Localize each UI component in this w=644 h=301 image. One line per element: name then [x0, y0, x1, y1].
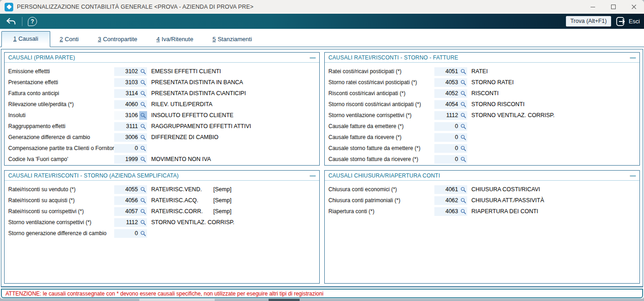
- search-icon[interactable]: [139, 111, 147, 120]
- causale-description: RATEI: [471, 68, 488, 75]
- tab-stanziamenti[interactable]: 5Stanziamenti: [203, 32, 261, 47]
- code-input[interactable]: [114, 122, 139, 131]
- panel-collapse-icon[interactable]: —: [630, 55, 636, 60]
- search-icon[interactable]: [459, 67, 467, 76]
- code-input[interactable]: [114, 78, 139, 87]
- code-field: [434, 122, 467, 131]
- code-input[interactable]: [114, 155, 139, 164]
- search-icon[interactable]: [139, 155, 147, 164]
- search-icon[interactable]: [139, 207, 147, 216]
- code-field: [114, 89, 147, 98]
- search-icon[interactable]: [459, 122, 467, 131]
- code-input[interactable]: [114, 111, 139, 120]
- code-input[interactable]: [434, 207, 459, 216]
- search-icon[interactable]: [139, 78, 147, 87]
- search-icon[interactable]: [139, 122, 147, 131]
- minimize-button[interactable]: [582, 0, 603, 14]
- search-icon[interactable]: [139, 196, 147, 205]
- search-icon[interactable]: [459, 155, 467, 164]
- close-button[interactable]: [623, 0, 644, 14]
- field-row: Generazione differenze di cambioDIFFEREN…: [8, 132, 316, 143]
- search-icon[interactable]: [459, 185, 467, 194]
- esci-button[interactable]: Esci: [616, 16, 640, 27]
- causale-description: CHIUSURA COSTI/RICAVI: [471, 186, 540, 193]
- search-icon[interactable]: [139, 133, 147, 142]
- search-icon[interactable]: [459, 100, 467, 109]
- search-icon[interactable]: [459, 78, 467, 87]
- tab-conti[interactable]: 2Conti: [50, 32, 89, 47]
- tab-contropartite[interactable]: 3Contropartite: [88, 32, 147, 47]
- search-icon[interactable]: [459, 111, 467, 120]
- field-label: Storno ventilazione corrispettivi (*): [328, 112, 434, 118]
- search-icon[interactable]: [459, 144, 467, 153]
- code-input[interactable]: [114, 229, 139, 238]
- panel-collapse-icon[interactable]: —: [310, 55, 316, 60]
- code-input[interactable]: [434, 196, 459, 205]
- titlebar: PERSONALIZZAZIONE CONTABILITÀ GENERALE <…: [0, 0, 644, 14]
- code-input[interactable]: [114, 218, 139, 227]
- search-icon[interactable]: [459, 89, 467, 98]
- field-row: Chiusura conti economici (*)CHIUSURA COS…: [328, 184, 636, 195]
- code-field: [114, 144, 147, 153]
- field-row: Emissione effetttiEMESSI EFFETTI CLIENTI: [8, 66, 316, 77]
- search-icon[interactable]: [139, 89, 147, 98]
- code-input[interactable]: [434, 185, 459, 194]
- code-input[interactable]: [434, 100, 459, 109]
- field-row: Rilevazione utile/perdita (*)RILEV. UTIL…: [8, 99, 316, 110]
- trova-button[interactable]: Trova (Alt+F1): [566, 16, 612, 27]
- code-input[interactable]: [434, 111, 459, 120]
- field-row: Codice Iva 'Fuori campo'MOVIMENTO NON IV…: [8, 154, 316, 165]
- code-input[interactable]: [114, 185, 139, 194]
- code-field: [114, 196, 147, 205]
- search-icon[interactable]: [139, 100, 147, 109]
- field-label: Storno generazione differenze di cambio: [8, 230, 114, 236]
- panel-collapse-icon[interactable]: —: [630, 173, 636, 178]
- code-field: [434, 89, 467, 98]
- field-row: Riapertura conti (*)RIAPERTURA DEI CONTI: [328, 206, 636, 217]
- tab-accelerator: 2: [60, 36, 63, 43]
- field-row: Storno ventilazione corrispettivi (*)STO…: [328, 110, 636, 121]
- search-icon[interactable]: [139, 229, 147, 238]
- causale-description: DIFFERENZE DI CAMBIO: [151, 134, 218, 140]
- code-input[interactable]: [114, 67, 139, 76]
- search-icon[interactable]: [139, 185, 147, 194]
- field-label: Emissione effettti: [8, 68, 114, 75]
- maximize-button[interactable]: [603, 0, 623, 14]
- back-button[interactable]: [5, 17, 16, 25]
- help-button[interactable]: ?: [28, 17, 37, 26]
- tab-accelerator: 3: [98, 36, 101, 43]
- code-input[interactable]: [114, 100, 139, 109]
- code-input[interactable]: [114, 207, 139, 216]
- code-input[interactable]: [434, 133, 459, 142]
- code-input[interactable]: [114, 89, 139, 98]
- tab-accelerator: 5: [212, 36, 216, 43]
- search-icon[interactable]: [139, 144, 147, 153]
- code-input[interactable]: [114, 196, 139, 205]
- code-input[interactable]: [434, 122, 459, 131]
- code-input[interactable]: [114, 133, 139, 142]
- panel-title: CAUSALI (PRIMA PARTE): [8, 54, 75, 61]
- panel-title: CAUSALI RATEI/RISCONTI - STORNO - FATTUR…: [328, 54, 458, 61]
- search-icon[interactable]: [139, 67, 147, 76]
- search-icon[interactable]: [459, 133, 467, 142]
- code-input[interactable]: [434, 78, 459, 87]
- panel-header: CAUSALI RATEI/RISCONTI - STORNO - FATTUR…: [325, 53, 639, 63]
- field-label: Compensazione partite tra Clienti o Forn…: [8, 145, 114, 151]
- search-icon[interactable]: [139, 218, 147, 227]
- causale-description: STORNO RATEI: [471, 79, 514, 86]
- tab-iva-ritenute[interactable]: 4Iva/Ritenute: [147, 32, 203, 47]
- tab-causali[interactable]: 1Causali: [1, 31, 50, 47]
- code-input[interactable]: [434, 67, 459, 76]
- code-input[interactable]: [434, 89, 459, 98]
- warning-bar: ATTENZIONE: le causali contrassegnate co…: [1, 289, 643, 298]
- field-row: Causale storno fatture da emettere (*): [328, 143, 636, 154]
- search-icon[interactable]: [459, 207, 467, 216]
- field-row: Storno ventilazione corrispettivi (*)STO…: [8, 217, 316, 228]
- code-field: [114, 185, 147, 194]
- code-input[interactable]: [114, 144, 139, 153]
- code-input[interactable]: [434, 144, 459, 153]
- panel-collapse-icon[interactable]: —: [310, 173, 316, 178]
- search-icon[interactable]: [459, 196, 467, 205]
- tab-label: Causali: [18, 35, 38, 42]
- code-input[interactable]: [434, 155, 459, 164]
